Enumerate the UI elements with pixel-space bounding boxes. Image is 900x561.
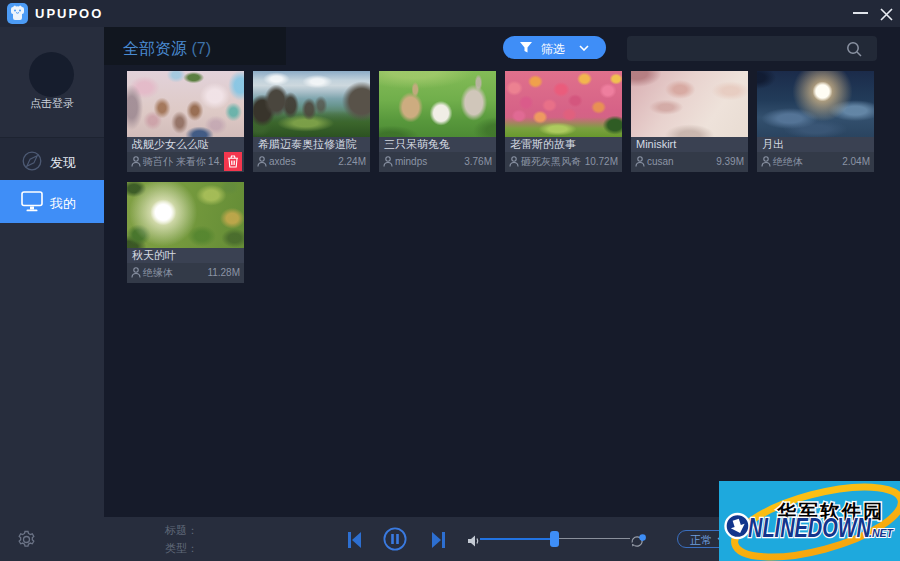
svg-text:.NET: .NET xyxy=(869,527,894,539)
svg-text:NLINEDOWN: NLINEDOWN xyxy=(748,513,871,543)
